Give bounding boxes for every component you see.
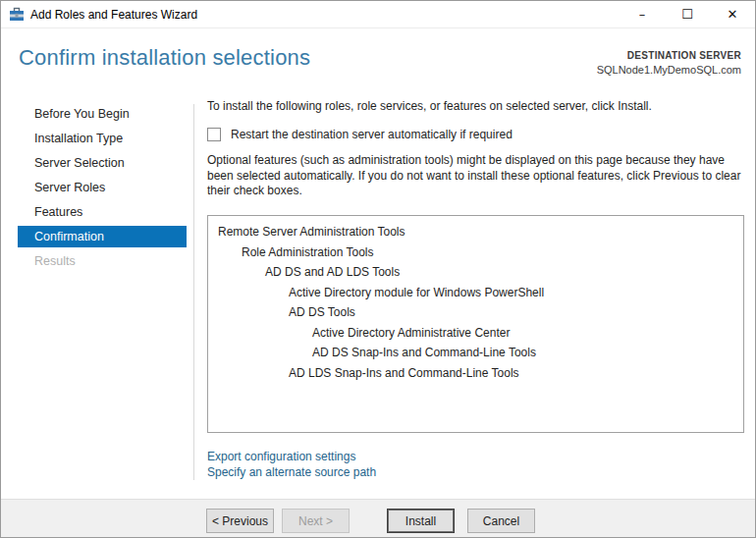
- destination-server: SQLNode1.MyDemoSQL.com: [597, 63, 741, 78]
- maximize-button[interactable]: ☐: [665, 1, 710, 27]
- sidebar-item-installation-type[interactable]: Installation Type: [18, 128, 187, 149]
- window-title: Add Roles and Features Wizard: [30, 8, 197, 22]
- destination-block: DESTINATION SERVER SQLNode1.MyDemoSQL.co…: [597, 45, 741, 94]
- footer-links: Export configuration settingsSpecify an …: [207, 449, 376, 480]
- sidebar-item-server-roles[interactable]: Server Roles: [18, 177, 187, 198]
- titlebar: Add Roles and Features Wizard – ☐ ✕: [1, 1, 755, 28]
- intro-text: To install the following roles, role ser…: [207, 99, 652, 113]
- sidebar-item-results: Results: [18, 250, 187, 272]
- sidebar-item-confirmation[interactable]: Confirmation: [18, 226, 187, 247]
- feature-tree[interactable]: Remote Server Administration ToolsRole A…: [207, 215, 744, 433]
- sidebar-item-before-you-begin[interactable]: Before You Begin: [18, 103, 187, 125]
- tree-item: AD LDS Snap-Ins and Command-Line Tools: [208, 363, 743, 384]
- tree-item: AD DS and AD LDS Tools: [208, 262, 743, 283]
- header: Confirm installation selections DESTINAT…: [1, 29, 755, 94]
- export-configuration-settings-link[interactable]: Export configuration settings: [207, 449, 376, 464]
- window-controls: – ☐ ✕: [620, 1, 755, 27]
- restart-checkbox-row[interactable]: Restart the destination server automatic…: [207, 128, 513, 141]
- tree-item: Role Administration Tools: [208, 242, 743, 263]
- wizard-toolbox-icon: [9, 7, 25, 23]
- tree-item: Active Directory Administrative Center: [208, 323, 743, 344]
- minimize-button[interactable]: –: [620, 1, 665, 27]
- nav-divider: [193, 104, 194, 480]
- specify-an-alternate-source-path-link[interactable]: Specify an alternate source path: [207, 464, 376, 480]
- previous-button[interactable]: < Previous: [206, 509, 274, 533]
- close-button[interactable]: ✕: [710, 1, 755, 27]
- destination-label: DESTINATION SERVER: [597, 49, 741, 63]
- sidebar-item-features[interactable]: Features: [18, 201, 187, 223]
- cancel-button[interactable]: Cancel: [467, 509, 535, 533]
- install-button[interactable]: Install: [387, 509, 455, 533]
- tree-item: Active Directory module for Windows Powe…: [208, 283, 743, 303]
- restart-checkbox-label: Restart the destination server automatic…: [231, 128, 513, 141]
- page-title: Confirm installation selections: [19, 45, 310, 94]
- sidebar-item-server-selection[interactable]: Server Selection: [18, 152, 187, 174]
- tree-item: Remote Server Administration Tools: [208, 222, 743, 242]
- next-button[interactable]: Next >: [282, 509, 350, 533]
- restart-checkbox[interactable]: [207, 128, 221, 141]
- optional-note: Optional features (such as administratio…: [207, 153, 744, 199]
- tree-item: AD DS Snap-Ins and Command-Line Tools: [208, 343, 743, 363]
- wizard-window: Add Roles and Features Wizard – ☐ ✕ Conf…: [0, 0, 756, 538]
- footer: < PreviousNext >InstallCancel: [1, 499, 755, 537]
- wizard-nav: Before You BeginInstallation TypeServer …: [1, 103, 193, 275]
- tree-item: AD DS Tools: [208, 302, 743, 323]
